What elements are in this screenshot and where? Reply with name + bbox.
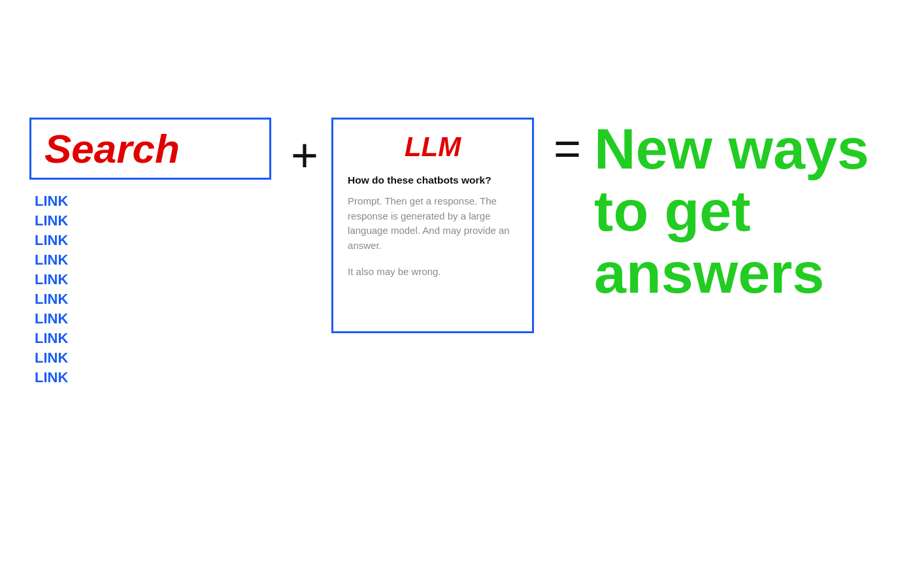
plus-operator: + xyxy=(291,124,318,186)
list-item[interactable]: LINK xyxy=(35,350,68,367)
list-item[interactable]: LINK xyxy=(35,193,68,210)
list-item[interactable]: LINK xyxy=(35,291,68,308)
search-label: Search xyxy=(44,125,180,172)
list-item[interactable]: LINK xyxy=(35,369,68,386)
equals-operator: = xyxy=(554,118,581,180)
llm-question: How do these chatbots work? xyxy=(348,174,518,186)
main-layout: Search LINK LINK LINK LINK LINK LINK LIN… xyxy=(0,0,915,386)
list-item[interactable]: LINK xyxy=(35,232,68,249)
llm-box: LLM How do these chatbots work? Prompt. … xyxy=(331,118,534,333)
llm-column: LLM How do these chatbots work? Prompt. … xyxy=(331,118,534,333)
list-item[interactable]: LINK xyxy=(35,252,68,269)
search-column: Search LINK LINK LINK LINK LINK LINK LIN… xyxy=(29,118,278,386)
llm-title: LLM xyxy=(405,131,461,163)
list-item[interactable]: LINK xyxy=(35,310,68,327)
links-list: LINK LINK LINK LINK LINK LINK LINK LINK … xyxy=(29,193,68,386)
llm-wrong-note: It also may be wrong. xyxy=(348,265,518,280)
llm-body: Prompt. Then get a response. The respons… xyxy=(348,194,518,253)
search-box: Search xyxy=(29,118,271,180)
list-item[interactable]: LINK xyxy=(35,271,68,288)
list-item[interactable]: LINK xyxy=(35,330,68,347)
new-ways-column: New ways to get answers xyxy=(594,118,915,304)
list-item[interactable]: LINK xyxy=(35,212,68,229)
new-ways-text: New ways to get answers xyxy=(594,118,915,304)
